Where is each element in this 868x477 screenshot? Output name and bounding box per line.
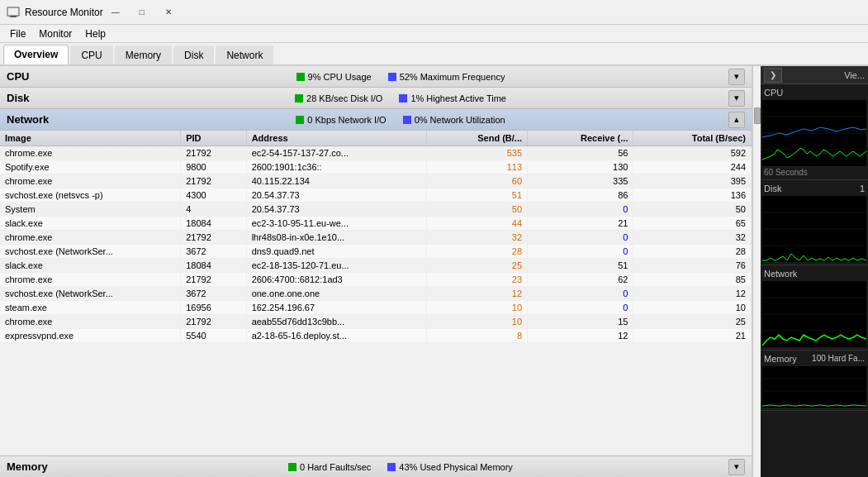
app-icon — [7, 6, 20, 19]
memory-chart-svg — [762, 366, 866, 408]
network-stat2: 0% Network Utilization — [403, 115, 505, 125]
right-panel-toolbar: ❯ Vie... — [761, 66, 868, 84]
tab-network[interactable]: Network — [216, 45, 273, 64]
cpu-title: CPU — [7, 70, 73, 83]
cell-7-2: dns9.quad9.net — [246, 245, 427, 259]
disk-stat1: 28 KB/sec Disk I/O — [295, 93, 382, 103]
cell-9-5: 85 — [633, 273, 752, 287]
col-receive[interactable]: Receive (... — [528, 131, 633, 146]
network-section-header[interactable]: Network 0 Kbps Network I/O 0% Network Ut… — [0, 109, 752, 131]
menu-file[interactable]: File — [3, 26, 32, 41]
table-row[interactable]: chrome.exe217922606:4700::6812:1ad323628… — [0, 273, 752, 287]
cell-10-5: 12 — [633, 287, 752, 301]
main-scrollbar[interactable] — [752, 66, 761, 477]
disk-section-header[interactable]: Disk 28 KB/sec Disk I/O 1% Highest Activ… — [0, 88, 752, 109]
close-button[interactable]: ✕ — [156, 4, 181, 21]
title-bar: Resource Monitor — □ ✕ — [0, 0, 868, 25]
cpu-collapse-button[interactable]: ▾ — [728, 69, 745, 85]
cell-2-1: 21792 — [181, 174, 246, 188]
disk-chart-svg — [762, 196, 866, 262]
cell-3-0: svchost.exe (netsvcs -p) — [0, 188, 181, 203]
table-row[interactable]: svchost.exe (NetworkSer...3672dns9.quad9… — [0, 245, 752, 259]
cpu-chart-section: CPU 60 Seconds — [761, 84, 868, 180]
cell-3-4: 86 — [528, 188, 633, 203]
disk-collapse-button[interactable]: ▾ — [728, 90, 745, 107]
table-row[interactable]: chrome.exe2179240.115.22.13460335395 — [0, 174, 752, 188]
network-table-container[interactable]: Image PID Address Send (B/... Receive (.… — [0, 131, 752, 456]
menu-bar: File Monitor Help — [0, 25, 868, 43]
col-send[interactable]: Send (B/... — [427, 131, 528, 146]
table-row[interactable]: System420.54.37.7350050 — [0, 203, 752, 217]
cell-13-1: 5540 — [181, 329, 246, 343]
cpu-section-header[interactable]: CPU 9% CPU Usage 52% Maximum Frequency ▾ — [0, 66, 752, 88]
table-row[interactable]: slack.exe18084ec2-3-10-95-11.eu-we...442… — [0, 217, 752, 231]
cpu-chart-label: CPU — [761, 86, 868, 99]
cpu-stat1-label: 9% CPU Usage — [308, 72, 372, 82]
network-chart-svg — [762, 281, 866, 347]
disk-chart-value: 1 — [860, 184, 865, 193]
cell-5-5: 65 — [633, 217, 752, 231]
scrollbar-thumb[interactable] — [754, 107, 761, 124]
cell-10-1: 3672 — [181, 287, 246, 301]
col-address[interactable]: Address — [246, 131, 427, 146]
cell-12-0: chrome.exe — [0, 315, 181, 329]
right-panel: ❯ Vie... CPU 60 — [761, 66, 868, 477]
network-collapse-button[interactable]: ▴ — [728, 112, 745, 128]
title-bar-text: Resource Monitor — [25, 7, 103, 18]
minimize-button[interactable]: — — [103, 4, 128, 21]
memory-stats: 0 Hard Faults/sec 43% Used Physical Memo… — [73, 462, 728, 472]
tab-memory[interactable]: Memory — [115, 45, 172, 64]
cell-2-3: 60 — [427, 174, 528, 188]
table-row[interactable]: chrome.exe21792lhr48s08-in-x0e.1e10...32… — [0, 231, 752, 245]
cell-2-4: 335 — [528, 174, 633, 188]
network-section: Network 0 Kbps Network I/O 0% Network Ut… — [0, 109, 752, 456]
cell-12-2: aeab55d76dd13c9bb... — [246, 315, 427, 329]
table-row[interactable]: slack.exe18084ec2-18-135-120-71.eu...255… — [0, 259, 752, 273]
cpu-stat1: 9% CPU Usage — [296, 72, 372, 82]
cell-2-5: 395 — [633, 174, 752, 188]
menu-help[interactable]: Help — [78, 26, 112, 41]
cell-0-5: 592 — [633, 146, 752, 160]
tab-overview[interactable]: Overview — [3, 45, 69, 64]
cell-7-4: 0 — [528, 245, 633, 259]
cpu-stat2-label: 52% Maximum Frequency — [400, 72, 505, 82]
table-row[interactable]: expressvpnd.exe5540a2-18-65-16.deploy.st… — [0, 329, 752, 343]
menu-monitor[interactable]: Monitor — [32, 26, 78, 41]
svg-rect-15 — [762, 366, 866, 408]
network-stat2-label: 0% Network Utilization — [415, 115, 505, 125]
table-row[interactable]: Spotify.exe98002600:1901:1c36::113130244 — [0, 160, 752, 174]
network-stat1-icon — [296, 116, 304, 124]
cell-6-5: 32 — [633, 231, 752, 245]
maximize-button[interactable]: □ — [130, 4, 154, 21]
cell-8-3: 25 — [427, 259, 528, 273]
cell-11-5: 10 — [633, 301, 752, 315]
cell-5-1: 18084 — [181, 217, 246, 231]
table-row[interactable]: svchost.exe (netsvcs -p)430020.54.37.735… — [0, 188, 752, 203]
tab-disk[interactable]: Disk — [173, 45, 214, 64]
cell-5-3: 44 — [427, 217, 528, 231]
disk-stat1-icon — [295, 94, 303, 103]
col-pid[interactable]: PID — [181, 131, 246, 146]
disk-chart-label: Disk 1 — [761, 182, 868, 195]
table-row[interactable]: steam.exe16956162.254.196.6710010 — [0, 301, 752, 315]
cell-1-1: 9800 — [181, 160, 246, 174]
cell-8-1: 18084 — [181, 259, 246, 273]
cell-0-3: 535 — [427, 146, 528, 160]
memory-section-header[interactable]: Memory 0 Hard Faults/sec 43% Used Physic… — [0, 456, 752, 477]
memory-stat1-icon — [288, 463, 296, 471]
cpu-stat2-icon — [388, 73, 396, 81]
table-row[interactable]: svchost.exe (NetworkSer...3672one.one.on… — [0, 287, 752, 301]
network-stats: 0 Kbps Network I/O 0% Network Utilizatio… — [73, 115, 728, 125]
cell-6-0: chrome.exe — [0, 231, 181, 245]
cell-7-5: 28 — [633, 245, 752, 259]
table-row[interactable]: chrome.exe21792aeab55d76dd13c9bb...10152… — [0, 315, 752, 329]
memory-collapse-button[interactable]: ▾ — [728, 459, 745, 475]
right-nav-prev-button[interactable]: ❯ — [764, 68, 782, 83]
col-image[interactable]: Image — [0, 131, 181, 146]
cell-4-4: 0 — [528, 203, 633, 217]
table-row[interactable]: chrome.exe21792ec2-54-157-137-27.co...53… — [0, 146, 752, 160]
right-panel-view-label: Vie... — [844, 70, 865, 80]
tab-cpu[interactable]: CPU — [70, 45, 112, 64]
col-total[interactable]: Total (B/sec) — [633, 131, 752, 146]
cell-9-0: chrome.exe — [0, 273, 181, 287]
